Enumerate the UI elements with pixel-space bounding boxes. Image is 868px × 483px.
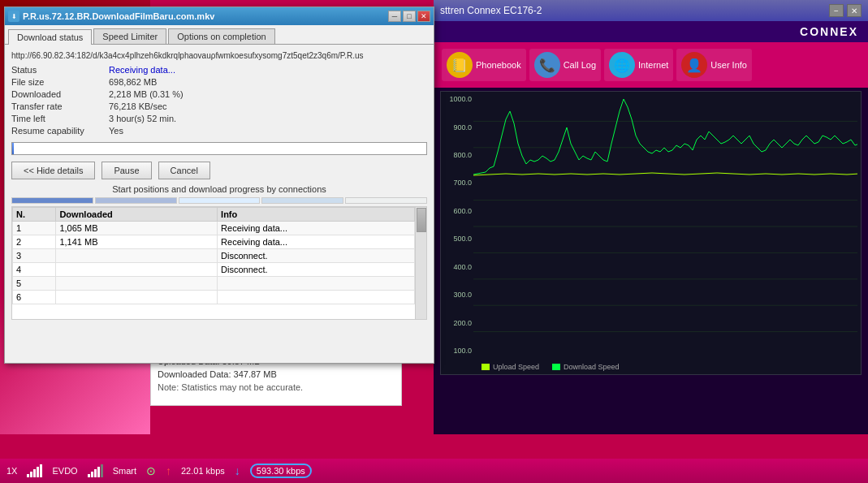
chart-y-labels: 100.0 200.0 300.0 400.0 500.0 600.0 700.… bbox=[441, 92, 473, 358]
upload-label: Upload Speed bbox=[493, 363, 539, 371]
tech-type: EVDO bbox=[52, 466, 77, 476]
minimize-button[interactable]: ─ bbox=[388, 11, 401, 22]
conn-seg-5 bbox=[345, 197, 427, 204]
modem-title-buttons: − ✕ bbox=[829, 4, 862, 17]
progress-bar-container bbox=[11, 142, 427, 155]
progress-bar-fill bbox=[12, 143, 14, 154]
phonebook-label: Phonebook bbox=[476, 60, 521, 70]
modem-close-button[interactable]: ✕ bbox=[847, 4, 862, 17]
signal-bars-2-icon bbox=[88, 464, 103, 477]
downloaded-value: 2,218 MB (0.31 %) bbox=[109, 89, 184, 99]
legend-download: Download Speed bbox=[552, 363, 620, 371]
download-label: Download Speed bbox=[564, 363, 620, 371]
resume-label: Resume capability bbox=[11, 126, 109, 136]
cancel-button[interactable]: Cancel bbox=[158, 162, 210, 179]
table-row: 6 bbox=[13, 291, 415, 304]
tab-download-status[interactable]: Download status bbox=[8, 29, 92, 45]
resume-value: Yes bbox=[109, 126, 123, 136]
table-row: 5 bbox=[13, 277, 415, 291]
transfer-value: 76,218 KB/sec bbox=[109, 101, 167, 111]
signal-bars-icon bbox=[27, 464, 42, 477]
nav-phonebook[interactable]: 📒 Phonebook bbox=[442, 49, 526, 81]
taskbar: 1X EVDO Smart ⊙ ↑ 22.01 kbps ↓ 593.30 kb… bbox=[0, 459, 868, 483]
upload-speed-line bbox=[473, 173, 857, 175]
connections-label: Start positions and download progress by… bbox=[11, 184, 427, 194]
filesize-value: 698,862 MB bbox=[109, 77, 157, 87]
zoom-level: 1X bbox=[6, 466, 17, 476]
bar3 bbox=[33, 469, 36, 477]
bar5 bbox=[40, 464, 42, 477]
y-label-900: 900.0 bbox=[443, 123, 472, 132]
bar2-1 bbox=[88, 474, 90, 477]
downloaded-row: Downloaded 2,218 MB (0.31 %) bbox=[11, 89, 427, 99]
carrier-name: Smart bbox=[113, 466, 136, 476]
modem-minimize-button[interactable]: − bbox=[829, 4, 844, 17]
col-header-downloaded: Downloaded bbox=[56, 208, 218, 222]
conn-seg-3 bbox=[179, 197, 261, 204]
up-arrow-icon: ↑ bbox=[166, 464, 171, 477]
table-row: 21,141 MBReceiving data... bbox=[13, 235, 415, 249]
y-label-400: 400.0 bbox=[443, 263, 472, 271]
tab-options-completion[interactable]: Options on completion bbox=[168, 28, 274, 44]
userinfo-icon: 👤 bbox=[681, 52, 707, 78]
stats-note: Note: Statistics may not be accurate. bbox=[158, 382, 395, 392]
connection-scrollbar[interactable] bbox=[415, 207, 426, 319]
download-dialog: ⬇ P.R.us.72.12.BR.DownloadFilmBaru.com.m… bbox=[4, 6, 434, 364]
calllog-label: Call Log bbox=[564, 60, 596, 70]
nav-internet[interactable]: 🌐 Internet bbox=[604, 49, 673, 81]
legend-upload: Upload Speed bbox=[482, 363, 539, 371]
tab-speed-limiter[interactable]: Speed Limiter bbox=[93, 28, 166, 44]
downloaded-label: Downloaded bbox=[11, 89, 109, 99]
modem-nav: 📒 Phonebook 📞 Call Log 🌐 Internet 👤 User… bbox=[434, 42, 868, 88]
conn-seg-1 bbox=[11, 197, 93, 204]
bar2-3 bbox=[94, 469, 97, 477]
dialog-buttons: << Hide details Pause Cancel bbox=[11, 162, 427, 179]
timeleft-value: 3 hour(s) 52 min. bbox=[109, 114, 176, 123]
bar4 bbox=[37, 467, 39, 477]
y-label-500: 500.0 bbox=[443, 235, 472, 243]
hide-details-button[interactable]: << Hide details bbox=[11, 162, 95, 179]
dialog-titlebar: ⬇ P.R.us.72.12.BR.DownloadFilmBaru.com.m… bbox=[5, 7, 434, 25]
bar2-2 bbox=[91, 472, 93, 477]
maximize-button[interactable]: □ bbox=[403, 11, 416, 22]
bar2 bbox=[30, 472, 32, 477]
connections-table: N. Downloaded Info 11,065 MBReceiving da… bbox=[12, 207, 415, 304]
table-row: 3Disconnect. bbox=[13, 249, 415, 263]
close-button[interactable]: ✕ bbox=[417, 11, 430, 22]
transfer-label: Transfer rate bbox=[11, 101, 109, 111]
nav-userinfo[interactable]: 👤 User Info bbox=[676, 49, 752, 81]
connex-logo: CONNEX bbox=[800, 25, 858, 38]
transfer-row: Transfer rate 76,218 KB/sec bbox=[11, 101, 427, 111]
upload-speed: 22.01 kbps bbox=[181, 466, 225, 476]
y-label-1000: 1000.0 bbox=[443, 95, 472, 103]
download-speed-line bbox=[473, 99, 857, 175]
table-row: 4Disconnect. bbox=[13, 263, 415, 277]
status-label: Status bbox=[11, 65, 109, 75]
phonebook-icon: 📒 bbox=[447, 52, 473, 78]
nav-calllog[interactable]: 📞 Call Log bbox=[529, 49, 601, 81]
internet-icon: 🌐 bbox=[609, 52, 635, 78]
dialog-title: P.R.us.72.12.BR.DownloadFilmBaru.com.mkv bbox=[23, 11, 214, 21]
y-label-100: 100.0 bbox=[443, 347, 472, 355]
download-speed: 593.30 kbps bbox=[250, 464, 312, 478]
down-arrow-icon: ↓ bbox=[235, 464, 240, 477]
bar2-5 bbox=[101, 464, 103, 477]
y-label-700: 700.0 bbox=[443, 179, 472, 187]
dialog-content: http://66.90.82.34:182/d/k3a4cx4plhzeh6k… bbox=[5, 45, 434, 326]
col-header-n: N. bbox=[13, 208, 56, 222]
conn-seg-2 bbox=[95, 197, 177, 204]
downloaded-data: Downloaded Data: 347.87 MB bbox=[158, 369, 395, 379]
bar2-4 bbox=[97, 467, 100, 477]
y-label-200: 200.0 bbox=[443, 319, 472, 327]
conn-seg-4 bbox=[261, 197, 343, 204]
pause-button[interactable]: Pause bbox=[101, 162, 151, 179]
connex-bar: CONNEX bbox=[434, 21, 868, 42]
modem-title: sttren Connex EC176-2 bbox=[440, 5, 542, 16]
y-label-800: 800.0 bbox=[443, 151, 472, 159]
table-row: 11,065 MBReceiving data... bbox=[13, 222, 415, 235]
chart-svg bbox=[473, 95, 857, 358]
timeleft-row: Time left 3 hour(s) 52 min. bbox=[11, 114, 427, 123]
connection-status-icon: ⊙ bbox=[146, 464, 156, 477]
modem-window: sttren Connex EC176-2 − ✕ CONNEX 📒 Phone… bbox=[434, 0, 868, 434]
resume-row: Resume capability Yes bbox=[11, 126, 427, 136]
